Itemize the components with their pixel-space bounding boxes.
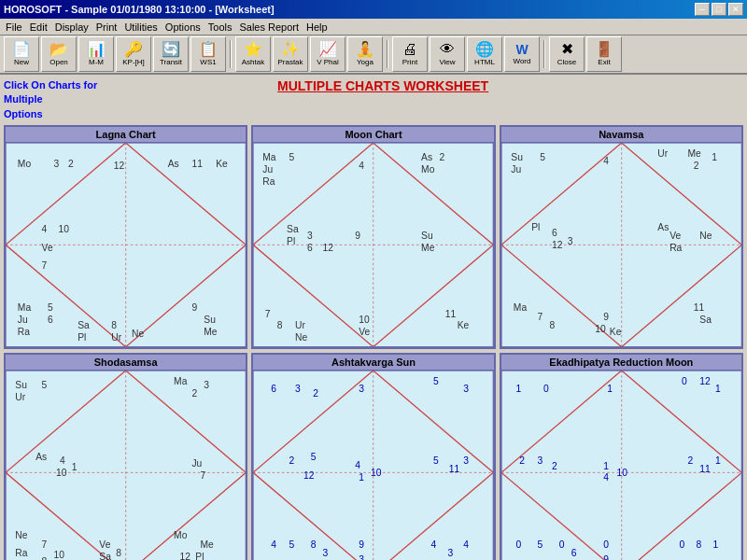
svg-text:6: 6 [48, 315, 53, 325]
view-icon: 👁 [440, 42, 455, 57]
svg-text:5: 5 [48, 302, 53, 313]
svg-text:7: 7 [200, 470, 205, 481]
svg-text:Ju: Ju [18, 315, 28, 325]
svg-text:3: 3 [448, 548, 454, 558]
menu-edit[interactable]: Edit [26, 21, 51, 34]
svg-text:Ju: Ju [511, 164, 521, 175]
menu-tools[interactable]: Tools [204, 21, 236, 34]
svg-text:9: 9 [191, 302, 197, 313]
svg-text:7: 7 [537, 313, 543, 323]
svg-text:Ke: Ke [609, 327, 621, 337]
toolbar-close[interactable]: ✖ Close [549, 36, 585, 72]
menu-help[interactable]: Help [303, 21, 331, 34]
maximize-button[interactable]: □ [712, 3, 726, 16]
svg-text:Ne: Ne [699, 231, 712, 241]
toolbar-ashtak[interactable]: ⭐ Ashtak [235, 36, 271, 72]
toolbar-prastak[interactable]: ✨ Prastak [273, 36, 308, 72]
chart-navamsa[interactable]: Navamsa 4 Su Ju 5 Ur Me [500, 125, 743, 349]
minimize-button[interactable]: ─ [695, 3, 710, 16]
svg-text:Ke: Ke [458, 321, 470, 331]
chart-shodasamsa[interactable]: Shodasamsa Su Ur 5 [4, 353, 247, 560]
svg-text:Mo: Mo [421, 164, 435, 175]
svg-text:1: 1 [715, 455, 721, 466]
svg-text:Ma: Ma [263, 152, 277, 162]
svg-text:9: 9 [603, 554, 609, 560]
svg-text:Ur: Ur [657, 149, 668, 160]
toolbar-transit[interactable]: 🔄 Transit [153, 36, 189, 72]
chart-moon-title: Moon Chart [253, 127, 493, 143]
svg-text:1: 1 [603, 460, 609, 470]
toolbar-view[interactable]: 👁 View [430, 36, 465, 72]
chart-shodasamsa-title: Shodasamsa [6, 355, 246, 371]
toolbar-new[interactable]: 📄 New [4, 36, 39, 72]
svg-text:5: 5 [433, 455, 439, 466]
svg-text:10: 10 [616, 468, 627, 478]
svg-text:Ur: Ur [15, 392, 25, 402]
svg-text:5: 5 [540, 152, 545, 162]
print-icon: 🖨 [402, 42, 417, 57]
chart-ekadhipatya[interactable]: Ekadhipatya Reduction Moon 1 1 0 0 [500, 353, 743, 560]
chart-moon[interactable]: Moon Chart 4 Ma Ju Ra 5 [251, 125, 495, 349]
chart-lagna[interactable]: Lagna Chart 12 [4, 125, 247, 349]
svg-text:8: 8 [696, 539, 701, 550]
svg-text:Su: Su [511, 152, 523, 162]
svg-text:Pl: Pl [287, 237, 295, 247]
title-bar: HOROSOFT - Sample 01/01/1980 13:10:00 - … [0, 0, 747, 19]
svg-text:Ma: Ma [514, 302, 528, 313]
menu-bar: File Edit Display Print Utilities Option… [0, 19, 747, 35]
toolbar-yoga[interactable]: 🧘 Yoga [347, 36, 383, 72]
svg-text:As: As [168, 159, 179, 169]
menu-file[interactable]: File [2, 21, 26, 34]
svg-text:12: 12 [180, 552, 191, 560]
svg-text:6: 6 [552, 229, 557, 239]
menu-options[interactable]: Options [162, 21, 204, 34]
toolbar-print[interactable]: 🖨 Print [392, 36, 428, 72]
svg-text:Mo: Mo [18, 159, 32, 169]
menu-display[interactable]: Display [51, 21, 92, 34]
close-button[interactable]: ✕ [728, 3, 743, 16]
chart-lagna-title: Lagna Chart [6, 127, 246, 143]
svg-text:9: 9 [356, 231, 361, 241]
svg-text:Ur: Ur [111, 332, 121, 343]
chart-ashtakvarga-sun[interactable]: Ashtakvarga Sun 3 6 3 2 5 [251, 353, 495, 560]
toolbar-mm[interactable]: 📊 M-M [78, 36, 114, 72]
svg-text:Ju: Ju [191, 458, 202, 469]
svg-text:10: 10 [371, 468, 382, 478]
toolbar-vphal[interactable]: 📈 V Phal [310, 36, 345, 72]
chart-moon-body: 4 Ma Ju Ra 5 As 2 Mo Sa Pl 3 6 12 9 [253, 143, 493, 347]
svg-text:8: 8 [42, 556, 48, 560]
svg-text:Ve: Ve [669, 231, 681, 241]
chart-ashtakvarga-sun-title: Ashtakvarga Sun [253, 355, 493, 371]
toolbar-exit[interactable]: 🚪 Exit [586, 36, 622, 72]
toolbar-ws1[interactable]: 📋 WS1 [190, 36, 226, 72]
menu-sales-report[interactable]: Sales Report [235, 21, 303, 34]
svg-text:Ra: Ra [263, 176, 275, 187]
svg-text:2: 2 [68, 159, 74, 169]
svg-text:0: 0 [682, 376, 687, 386]
svg-text:6: 6 [272, 384, 277, 394]
svg-text:12: 12 [552, 240, 563, 250]
svg-text:1: 1 [72, 462, 78, 472]
html-icon: 🌐 [475, 42, 494, 57]
svg-text:1: 1 [515, 384, 521, 394]
svg-text:3: 3 [537, 455, 543, 466]
chart-shodasamsa-body: Su Ur 5 Ma 3 2 As 4 10 1 Ju 7 [6, 371, 246, 560]
svg-text:Ra: Ra [18, 327, 30, 337]
menu-utilities[interactable]: Utilities [120, 21, 161, 34]
toolbar-open[interactable]: 📂 Open [41, 36, 77, 72]
window-title: HOROSOFT - Sample 01/01/1980 13:10:00 - … [4, 4, 275, 15]
click-info: Click On Charts for Multiple Options [4, 78, 97, 121]
svg-text:4: 4 [42, 225, 48, 235]
svg-text:Ve: Ve [359, 327, 371, 337]
svg-text:10: 10 [359, 315, 371, 325]
toolbar-word[interactable]: W Word [504, 36, 540, 72]
svg-text:3: 3 [323, 548, 329, 558]
svg-text:10: 10 [595, 324, 606, 334]
menu-print[interactable]: Print [92, 21, 121, 34]
toolbar-kp[interactable]: 🔑 KP-[H] [116, 36, 151, 72]
toolbar-html[interactable]: 🌐 HTML [467, 36, 502, 72]
svg-text:2: 2 [694, 161, 699, 171]
svg-text:Ra: Ra [669, 243, 682, 253]
svg-text:3: 3 [307, 231, 313, 241]
chart-navamsa-body: 4 Su Ju 5 Ur Me 2 1 Pl 6 12 3 As Ve [501, 143, 741, 347]
